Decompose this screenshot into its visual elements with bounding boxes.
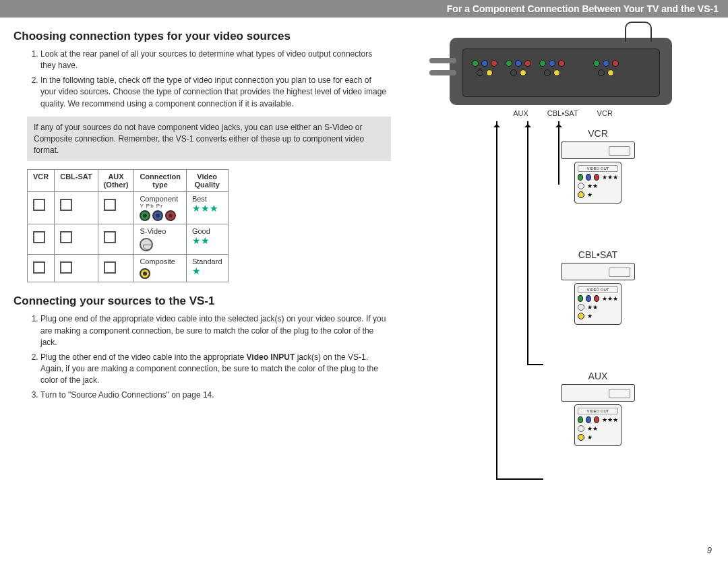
device-label: VCR [547, 128, 648, 139]
heading-connecting: Connecting your sources to the VS-1 [13, 294, 391, 308]
th-cblsat: CBL-SAT [55, 170, 98, 192]
jack-panel: VIDEO OUT ★★★ ★★ ★ [574, 162, 621, 204]
component-jacks-icon [140, 210, 181, 221]
header-bar: For a Component Connection Between Your … [0, 0, 728, 18]
jack-panel: VIDEO OUT ★★★ ★★ ★ [574, 283, 621, 325]
conn-type-label: S-Video [140, 227, 166, 235]
device-label: AUX [547, 371, 648, 381]
arrow-icon [527, 121, 528, 364]
arrow-label: VCR [597, 109, 613, 117]
checkbox[interactable] [104, 199, 116, 211]
svideo-jack-icon [140, 238, 153, 251]
heading-choosing: Choosing connection types for your video… [13, 30, 391, 43]
list-item: Plug the other end of the video cable in… [40, 352, 391, 387]
hint-box: If any of your sources do not have compo… [27, 117, 391, 161]
stars-icon: ★★★ [192, 205, 218, 213]
list-connecting: Plug one end of the appropriate video ca… [13, 313, 391, 401]
stars-icon: ★ [192, 268, 201, 276]
quality-label: Standard [192, 257, 222, 266]
checkbox[interactable] [104, 231, 116, 243]
arrow-icon [496, 121, 497, 478]
list-choosing: Look at the rear panel of all your sourc… [13, 49, 391, 110]
list-item: Look at the rear panel of all your sourc… [40, 49, 391, 72]
component-sublabel: Y Pb Pr [140, 203, 181, 209]
conn-type-label: Component [140, 195, 178, 203]
quality-label: Best [192, 195, 207, 203]
list-item: In the following table, check off the ty… [40, 75, 391, 110]
conn-type-label: Composite [140, 257, 175, 266]
checkbox[interactable] [60, 199, 72, 211]
vs1-unit-icon [450, 38, 672, 105]
arrow-label: AUX [513, 109, 528, 117]
checkbox[interactable] [60, 231, 72, 243]
right-column-diagram: AUX CBL•SAT VCR VCR VIDEO OUT ★★★ ★★ [407, 26, 715, 499]
checkbox[interactable] [33, 199, 45, 211]
list-item: Plug one end of the appropriate video ca… [40, 313, 391, 348]
checkbox[interactable] [33, 231, 45, 243]
th-vcr: VCR [28, 170, 55, 192]
composite-jack-icon [140, 268, 150, 279]
jackpanel-title: VIDEO OUT [578, 286, 618, 293]
th-aux: AUX (Other) [98, 170, 134, 192]
arrow-label: CBL•SAT [547, 109, 578, 117]
quality-label: Good [192, 227, 210, 235]
checkbox[interactable] [60, 261, 72, 274]
cblsat-device-icon [561, 263, 635, 280]
th-quality: Video Quality [186, 170, 228, 192]
th-conntype: Connection type [134, 170, 187, 192]
checkbox[interactable] [104, 261, 116, 274]
list-item: Turn to "Source Audio Connections" on pa… [40, 389, 391, 401]
left-column: Choosing connection types for your video… [13, 26, 391, 499]
vcr-device-icon [561, 142, 635, 159]
aux-device-icon [561, 384, 635, 402]
arrow-labels: AUX CBL•SAT VCR [407, 109, 715, 117]
jackpanel-title: VIDEO OUT [578, 165, 618, 172]
checkbox[interactable] [33, 261, 45, 274]
page-number: 9 [707, 545, 712, 555]
jackpanel-title: VIDEO OUT [578, 408, 618, 414]
device-label: CBL•SAT [547, 249, 648, 260]
stars-icon: ★★ [192, 237, 210, 245]
connection-table: VCR CBL-SAT AUX (Other) Connection type … [27, 169, 229, 282]
jack-panel: VIDEO OUT ★★★ ★★ ★ [574, 404, 621, 446]
